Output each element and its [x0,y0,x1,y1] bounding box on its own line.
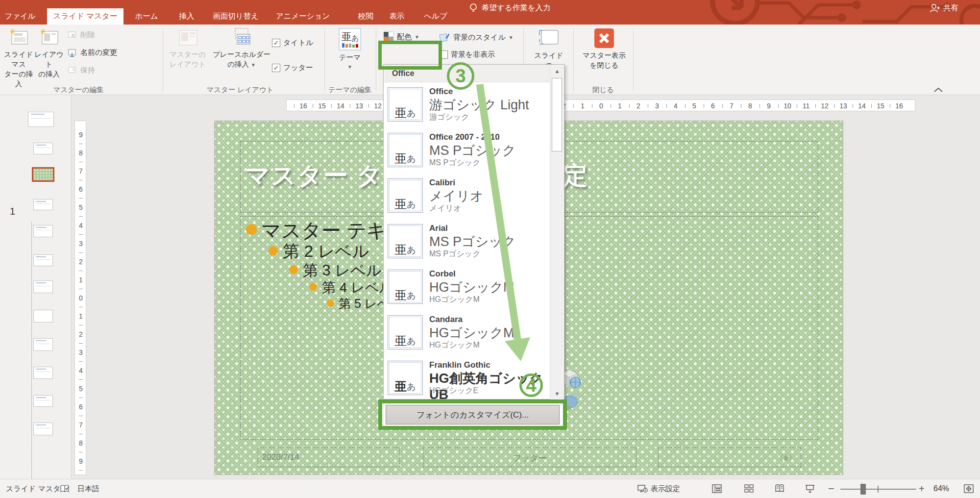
fit-to-window-button[interactable] [963,479,974,498]
slide-thumbnail-3[interactable] [32,167,54,182]
bullet-icon [269,246,278,255]
normal-view-button[interactable] [711,479,722,498]
collapse-ribbon-icon[interactable] [933,86,944,93]
font-sample-box: 亜あ [388,133,423,167]
slide-sorter-view-button[interactable] [744,479,755,498]
tab-校閲[interactable]: 校閲 [352,8,379,25]
ruler-number: 1 [75,271,87,289]
scroll-up-icon[interactable]: ▲ [550,68,564,74]
font-sample-box: 亜あ [388,270,423,304]
bullet-text-level-2[interactable]: 第 2 レベル [283,240,369,263]
preserve-icon [68,66,77,75]
group-separator [633,28,634,91]
horizontal-ruler[interactable]: 1615141312111098765432101234567891011121… [286,100,915,111]
status-view-name[interactable]: スライド マスター [6,479,68,498]
preserve-button: 保持 [68,66,95,75]
slide-thumbnail-5[interactable] [33,225,53,237]
scroll-down-icon[interactable]: ▼ [550,391,564,397]
rename-label: 名前の変更 [80,48,117,57]
close-master-view-button[interactable]: マスター表示 を閉じる [581,27,627,70]
insert-placeholder-label: プレースホルダー の挿入 ▼ [213,50,270,70]
zoom-out-button[interactable]: − [828,479,834,498]
tab-ヘルプ[interactable]: ヘルプ [422,8,449,25]
reading-view-button[interactable] [774,479,785,498]
customize-fonts-button[interactable]: フォントのカスタマイズ(C)... [386,405,560,424]
status-language[interactable]: 日本語 [77,479,99,498]
hide-background-checkbox[interactable]: 背景を非表示 [440,50,495,59]
footer-checkbox[interactable]: ✓ フッター [272,63,313,73]
ruler-number: 2 [629,100,648,112]
ruler-number: 7 [75,416,87,434]
slide-thumbnail-8[interactable] [33,310,53,323]
font-theme-item-Office[interactable]: 亜あOffice游ゴシック Light游ゴシック [384,85,550,130]
tab-画面切り替え[interactable]: 画面切り替え [210,8,262,25]
insert-layout-button[interactable]: ✳ レイアウト の挿入 [34,27,64,79]
thumbnail-section-number: 1 [10,206,15,217]
font-theme-item-Office 2007 - 2010[interactable]: 亜あOffice 2007 - 2010MS PゴシックMS Pゴシック [384,130,550,176]
slide-thumbnail-2[interactable] [33,143,53,154]
slide-thumbnail-6[interactable] [33,254,53,266]
vertical-ruler[interactable]: 9876543210123456789 [74,121,86,475]
slide-thumbnail-4[interactable] [33,199,53,210]
insert-placeholder-button[interactable]: プレースホルダー の挿入 ▼ [211,27,272,70]
group-label-close: 閉じる [579,85,628,95]
master-layout-label: マスターの レイアウト [170,50,206,69]
annotation-circle-4: 4 [519,374,543,397]
scrollbar-thumb[interactable] [552,78,562,151]
tab-アニメーション[interactable]: アニメーション [272,8,333,25]
slideshow-view-button[interactable] [805,479,815,498]
date-placeholder[interactable]: 2020/7/14 [258,448,400,467]
ruler-number: 6 [704,100,722,112]
group-separator [573,28,574,91]
dropdown-scrollbar[interactable]: ▲ ▼ [550,65,564,399]
thumbnail-connector-line [31,222,32,498]
theme-fonts-dropdown: Office 亜あOffice游ゴシック Light游ゴシック亜あOffice … [383,64,564,399]
tab-slide-master[interactable]: スライド マスター [47,8,123,25]
zoom-percentage[interactable]: 64% [933,479,949,498]
annotation-box-customize: フォントのカスタマイズ(C)... [378,399,567,430]
slide-thumbnail-12[interactable] [33,423,53,435]
rename-button[interactable]: 名前の変更 [68,48,117,57]
slide-thumbnail-1[interactable] [28,112,54,127]
insert-slide-master-button[interactable]: ✳ スライド マス ターの挿入 [4,27,33,89]
bullet-text-level-4[interactable]: 第 4 レベル [322,278,393,297]
font-theme-item-Candara[interactable]: 亜あCandaraHGゴシックMHGゴシックM [384,313,550,358]
colors-label: 配色 [397,32,412,42]
background-styles-button[interactable]: 背景のスタイル ▼ [439,31,514,43]
ruler-number: 14 [853,100,871,112]
bullet-text-level-3[interactable]: 第 3 レベル [303,260,382,281]
themes-button[interactable]: 亜あ テーマ ▼ [331,27,368,70]
title-checkbox[interactable]: ✓ タイトル [272,38,313,48]
spellcheck-icon[interactable] [60,479,70,498]
slide-thumbnail-7[interactable] [33,280,53,293]
font-theme-item-Corbel[interactable]: 亜あCorbelHGゴシックMHGゴシックM [384,267,550,313]
zoom-in-button[interactable]: + [919,479,925,498]
footer-checkbox-label: フッター [283,63,313,73]
close-master-label: マスター表示 を閉じる [583,50,626,70]
share-button[interactable]: 共有 [929,0,958,16]
font-theme-item-Calibri[interactable]: 亜あCalibriメイリオメイリオ [384,176,550,222]
dropdown-arrow-icon: ▼ [251,62,256,68]
themes-icon: 亜あ [337,27,363,51]
font-theme-item-Arial[interactable]: 亜あArialMS PゴシックMS Pゴシック [384,222,550,267]
slide-thumbnail-9[interactable] [33,338,53,351]
font-sample-box: 亜あ [388,178,423,213]
tab-ファイル[interactable]: ファイル [4,8,36,25]
slide-thumbnail-11[interactable] [33,395,53,407]
slide-size-button[interactable]: スライドの [532,27,566,70]
tab-表示[interactable]: 表示 [384,8,410,25]
bullet-icon [327,299,334,307]
zoom-slider-thumb[interactable] [860,484,866,495]
ruler-number: 5 [685,100,704,112]
ruler-number: 3 [75,344,87,362]
footer-text: フッター [423,452,636,464]
tab-挿入[interactable]: 挿入 [173,8,200,25]
tell-me-box[interactable]: 希望する作業を入力 [469,0,551,16]
footer-placeholder[interactable]: フッター [423,448,637,467]
slide-number-placeholder[interactable]: 〈#〉 [658,448,801,467]
slide-thumbnail-10[interactable] [33,367,53,379]
display-settings-button[interactable]: 表示設定 [637,479,680,498]
group-separator [376,28,376,91]
tab-ホーム[interactable]: ホーム [130,8,163,25]
slide-size-icon [537,27,561,49]
